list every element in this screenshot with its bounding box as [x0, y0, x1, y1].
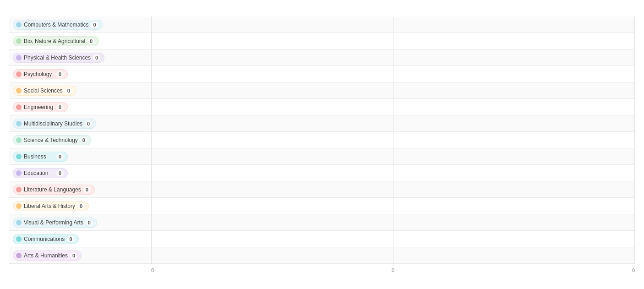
bar-value-badge: 0 [56, 104, 64, 110]
bar-row: Business0 [9, 148, 635, 165]
pill-dot [16, 88, 22, 93]
label-area: Multidisciplinary Studies0 [9, 119, 151, 129]
bar-value-badge: 0 [91, 22, 98, 28]
bar-label-pill: Bio, Nature & Agricultural0 [13, 36, 99, 46]
x-tick-2: 0 [474, 266, 635, 273]
bar-track [151, 181, 635, 197]
bar-row: Literature & Languages0 [9, 181, 635, 198]
bar-label-pill: Physical & Health Sciences0 [13, 53, 104, 63]
bar-track [151, 132, 635, 148]
x-axis: 0 0 0 [9, 266, 635, 273]
bar-label-pill: Psychology0 [13, 69, 68, 79]
bar-label-pill: Visual & Performing Arts0 [13, 218, 97, 228]
bar-label-pill: Communications0 [13, 234, 79, 244]
bar-label-pill: Computers & Mathematics0 [13, 20, 103, 30]
bar-track [151, 198, 635, 214]
bar-track [151, 115, 635, 131]
pill-dot [16, 236, 22, 242]
pill-dot [16, 220, 22, 225]
label-area: Bio, Nature & Agricultural0 [9, 36, 151, 46]
bar-label-text: Bio, Nature & Agricultural [24, 38, 85, 44]
bar-label-text: Arts & Humanities [24, 252, 68, 259]
bar-label-pill: Social Sciences0 [13, 86, 76, 96]
bar-row: Arts & Humanities0 [9, 247, 635, 264]
bar-track [151, 214, 635, 230]
bar-row: Social Sciences0 [9, 82, 635, 99]
bar-label-pill: Business0 [13, 152, 68, 162]
pill-dot [16, 170, 22, 176]
bar-label-text: Communications [24, 236, 65, 242]
bar-label-pill: Science & Technology0 [13, 135, 92, 145]
x-tick-0: 0 [151, 266, 312, 273]
pill-dot [16, 203, 22, 209]
bar-track [151, 165, 635, 181]
bar-row: Physical & Health Sciences0 [9, 49, 635, 66]
label-area: Visual & Performing Arts0 [9, 218, 151, 228]
label-area: Literature & Languages0 [9, 185, 151, 195]
label-area: Engineering0 [9, 102, 151, 112]
bar-value-badge: 0 [56, 170, 64, 176]
bar-value-badge: 0 [83, 186, 91, 193]
pill-dot [16, 253, 22, 258]
pill-dot [16, 22, 22, 27]
pill-dot [16, 121, 22, 126]
pill-dot [16, 137, 22, 143]
pill-dot [16, 104, 22, 110]
label-area: Communications0 [9, 234, 151, 244]
bar-value-badge: 0 [86, 219, 93, 226]
bar-label-text: Education [24, 170, 48, 176]
chart-container: Computers & Mathematics0Bio, Nature & Ag… [0, 0, 644, 287]
bar-value-badge: 0 [77, 203, 85, 209]
bar-label-text: Psychology [24, 71, 52, 77]
bar-label-text: Business [24, 153, 46, 160]
label-area: Social Sciences0 [9, 86, 151, 96]
bar-track [151, 148, 635, 164]
bar-track [151, 247, 635, 263]
bar-track [151, 16, 635, 33]
label-area: Arts & Humanities0 [9, 251, 151, 261]
bar-value-badge: 0 [56, 71, 64, 77]
pill-dot [16, 154, 22, 159]
bar-value-badge: 0 [70, 252, 77, 259]
bar-row: Communications0 [9, 231, 635, 247]
label-area: Business0 [9, 152, 151, 162]
bar-label-text: Literature & Languages [24, 186, 81, 193]
label-area: Science & Technology0 [9, 135, 151, 145]
bar-label-pill: Engineering0 [13, 102, 68, 112]
bar-label-pill: Education0 [13, 168, 68, 178]
label-area: Psychology0 [9, 69, 151, 79]
bar-track [151, 33, 635, 49]
bar-label-pill: Literature & Languages0 [13, 185, 95, 195]
bar-label-pill: Multidisciplinary Studies0 [13, 119, 96, 129]
bar-row: Multidisciplinary Studies0 [9, 115, 635, 132]
bar-row: Engineering0 [9, 99, 635, 115]
bar-label-text: Liberal Arts & History [24, 203, 75, 209]
bar-value-badge: 0 [85, 120, 92, 127]
bar-value-badge: 0 [67, 236, 74, 242]
chart-area: Computers & Mathematics0Bio, Nature & Ag… [9, 16, 635, 264]
pill-dot [16, 71, 22, 77]
pill-dot [16, 55, 22, 60]
bar-label-text: Multidisciplinary Studies [24, 120, 82, 127]
bar-label-text: Computers & Mathematics [24, 22, 88, 28]
bar-label-text: Engineering [24, 104, 53, 110]
bar-label-text: Physical & Health Sciences [24, 55, 91, 61]
label-area: Computers & Mathematics0 [9, 20, 151, 30]
bar-value-badge: 0 [87, 38, 95, 44]
pill-dot [16, 187, 22, 192]
bar-row: Science & Technology0 [9, 132, 635, 148]
bar-track [151, 231, 635, 247]
bar-value-badge: 0 [65, 87, 72, 94]
bar-track [151, 49, 635, 65]
x-tick-1: 0 [312, 266, 474, 273]
bar-label-pill: Arts & Humanities0 [13, 251, 82, 261]
bar-track [151, 82, 635, 98]
label-area: Education0 [9, 168, 151, 178]
pill-dot [16, 38, 22, 44]
bar-row: Liberal Arts & History0 [9, 198, 635, 214]
bar-value-badge: 0 [93, 55, 100, 61]
label-area: Physical & Health Sciences0 [9, 53, 151, 63]
label-area: Liberal Arts & History0 [9, 201, 151, 211]
bar-label-text: Science & Technology [24, 137, 78, 143]
bar-row: Visual & Performing Arts0 [9, 214, 635, 231]
